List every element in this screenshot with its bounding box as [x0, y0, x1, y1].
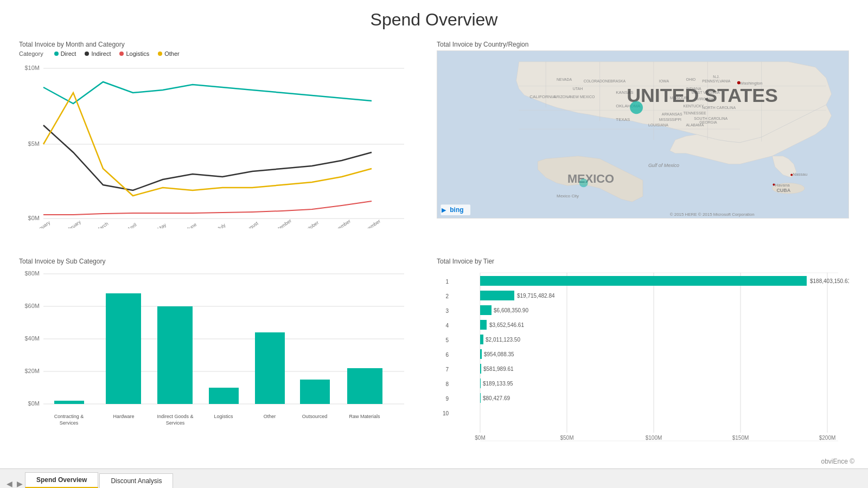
svg-point-67: [737, 81, 741, 85]
legend-dot-indirect: [85, 52, 89, 56]
svg-text:IOWA: IOWA: [659, 79, 669, 83]
svg-rect-96: [255, 332, 285, 404]
svg-text:$6,608,350.90: $6,608,350.90: [494, 307, 528, 313]
svg-text:Gulf of Mexico: Gulf of Mexico: [648, 163, 679, 168]
svg-text:PENNSYLVANIA: PENNSYLVANIA: [702, 79, 731, 83]
svg-rect-121: [480, 305, 492, 315]
legend-dot-other: [158, 52, 162, 56]
svg-text:Indirect Goods &: Indirect Goods &: [157, 414, 193, 419]
legend-logistics: Logistics: [119, 50, 149, 57]
svg-point-71: [579, 178, 588, 187]
svg-text:MISSISSIPPI: MISSISSIPPI: [659, 118, 681, 121]
svg-text:6: 6: [445, 352, 449, 358]
svg-text:LOUISIANA: LOUISIANA: [648, 123, 668, 127]
svg-rect-91: [157, 306, 193, 404]
legend-label-logistics: Logistics: [126, 50, 149, 57]
svg-rect-98: [300, 380, 330, 404]
svg-text:ARKANSAS: ARKANSAS: [662, 112, 682, 116]
svg-text:$189,133.95: $189,133.95: [483, 381, 513, 387]
svg-text:$0M: $0M: [28, 215, 40, 221]
svg-text:2: 2: [445, 293, 449, 299]
legend-direct: Direct: [54, 50, 76, 57]
svg-text:TENNESSEE: TENNESSEE: [684, 111, 706, 115]
svg-text:© 2015 HERE  © 2015 Microsoft : © 2015 HERE © 2015 Microsoft Corporation: [670, 212, 755, 217]
svg-text:$80M: $80M: [24, 270, 40, 277]
svg-text:September: September: [270, 218, 292, 228]
svg-text:UNITED STATES: UNITED STATES: [627, 85, 778, 106]
svg-text:$100M: $100M: [646, 435, 662, 441]
svg-rect-136: [480, 378, 481, 388]
line-chart-area: $10M $5M $0M January February March: [19, 60, 420, 230]
svg-rect-115: [480, 276, 807, 286]
svg-text:NEBRASKA: NEBRASKA: [605, 79, 626, 83]
svg-rect-86: [54, 401, 84, 404]
page-title: Spend Overview: [0, 0, 868, 35]
svg-text:3: 3: [445, 308, 449, 314]
svg-text:Services: Services: [60, 420, 79, 426]
svg-rect-130: [480, 349, 482, 359]
svg-text:Other: Other: [264, 414, 276, 419]
svg-text:NEW MEXICO: NEW MEXICO: [570, 95, 595, 99]
svg-rect-89: [106, 293, 141, 404]
svg-text:bing: bing: [450, 206, 463, 214]
svg-rect-94: [209, 388, 239, 404]
svg-text:Hardware: Hardware: [113, 414, 134, 419]
tab-spend-overview[interactable]: Spend Overview: [25, 472, 98, 488]
svg-text:Logistics: Logistics: [214, 414, 233, 419]
tier-chart-svg: $0M $50M $100M $150M $200M 1 $188,403,15…: [437, 267, 849, 446]
svg-text:$0M: $0M: [28, 400, 40, 407]
svg-text:$50M: $50M: [560, 435, 573, 441]
svg-text:$200M: $200M: [819, 435, 836, 441]
svg-text:UTAH: UTAH: [573, 87, 583, 91]
bar-chart-title: Total Invoice by Sub Category: [19, 258, 420, 265]
svg-text:Outsourced: Outsourced: [302, 414, 328, 419]
svg-text:CUBA: CUBA: [776, 188, 790, 193]
legend-dot-logistics: [119, 52, 124, 56]
svg-text:NEVADA: NEVADA: [557, 78, 572, 81]
svg-text:February: February: [63, 219, 82, 228]
svg-text:$5M: $5M: [28, 140, 40, 147]
tab-prev[interactable]: ◀: [4, 479, 15, 488]
svg-text:TEXAS: TEXAS: [616, 117, 630, 122]
tab-next[interactable]: ▶: [15, 479, 25, 488]
legend-label-direct: Direct: [61, 50, 76, 57]
svg-text:MEXICO: MEXICO: [567, 172, 614, 185]
tier-chart-area: $0M $50M $100M $150M $200M 1 $188,403,15…: [437, 267, 849, 448]
svg-text:July: July: [216, 222, 227, 228]
svg-text:May: May: [156, 222, 167, 228]
svg-text:$188,403,150.61: $188,403,150.61: [810, 278, 849, 284]
svg-text:COLORADO: COLORADO: [584, 79, 605, 83]
svg-point-69: [630, 101, 643, 114]
svg-text:$954,088.35: $954,088.35: [484, 351, 514, 357]
map-container: CALIFORNIA NEVADA UTAH COLORADO ARIZONA …: [437, 50, 849, 219]
svg-text:March: March: [95, 221, 109, 228]
svg-text:$19,715,482.84: $19,715,482.84: [517, 293, 555, 299]
svg-point-63: [790, 174, 793, 176]
svg-rect-118: [480, 291, 514, 300]
svg-text:April: April: [126, 222, 137, 228]
svg-text:Nassau: Nassau: [793, 172, 807, 177]
svg-text:5: 5: [445, 337, 449, 343]
dashboard: Total Invoice by Month and Category Cate…: [0, 35, 868, 485]
svg-text:Havana: Havana: [775, 183, 790, 188]
svg-text:Mexico City: Mexico City: [557, 194, 579, 198]
svg-text:November: November: [330, 219, 352, 228]
svg-text:$581,989.61: $581,989.61: [483, 366, 514, 372]
tier-chart-panel: Total Invoice by Tier $0M $50M $100M $15…: [429, 252, 857, 458]
map-panel: Total Invoice by Country/Region: [429, 35, 857, 252]
legend-category-label: Category: [19, 50, 43, 57]
svg-text:$2,011,123.50: $2,011,123.50: [486, 337, 520, 343]
legend-indirect: Indirect: [85, 50, 111, 57]
svg-text:Services: Services: [166, 420, 185, 426]
svg-text:▶: ▶: [442, 207, 446, 213]
legend-label-indirect: Indirect: [91, 50, 111, 57]
tab-discount-analysis[interactable]: Discount Analysis: [99, 473, 173, 488]
svg-text:OHIO: OHIO: [686, 78, 695, 81]
chart-legend: Category Direct Indirect Logistics Other: [19, 50, 420, 57]
svg-rect-127: [480, 335, 483, 344]
bar-chart-panel: Total Invoice by Sub Category $80M $60M …: [11, 252, 429, 458]
svg-text:4: 4: [445, 323, 449, 329]
svg-text:GEORGIA: GEORGIA: [699, 120, 717, 124]
svg-text:SOUTH CAROLINA: SOUTH CAROLINA: [694, 117, 727, 120]
svg-text:ARIZONA: ARIZONA: [554, 95, 571, 99]
